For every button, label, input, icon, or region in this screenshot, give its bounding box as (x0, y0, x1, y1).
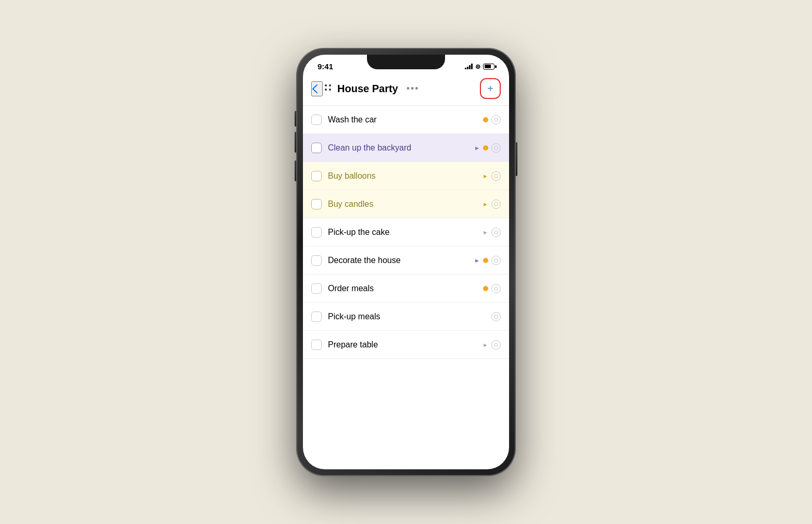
task-checkbox[interactable] (311, 255, 322, 266)
arrow-icon: ► (483, 229, 488, 235)
task-label: Pick-up the cake (328, 228, 483, 237)
task-actions (483, 284, 501, 293)
power-button[interactable] (515, 142, 517, 176)
task-item[interactable]: Decorate the house ► (303, 246, 509, 275)
info-button[interactable] (491, 228, 501, 237)
task-actions: ► (483, 199, 501, 209)
svg-point-9 (494, 258, 498, 262)
task-checkbox[interactable] (311, 283, 322, 294)
page-title: House Party (337, 83, 398, 95)
info-button[interactable] (491, 340, 501, 350)
task-checkbox[interactable] (311, 227, 322, 238)
phone-screen: 9:41 ⊜ (303, 55, 509, 469)
task-checkbox[interactable] (311, 199, 322, 209)
svg-point-8 (494, 230, 498, 234)
arrow-icon: ► (483, 342, 488, 348)
list-icon (323, 82, 333, 95)
svg-point-6 (494, 174, 498, 178)
priority-dot (483, 117, 488, 122)
arrow-icon: ► (483, 201, 488, 207)
task-label: Buy candles (328, 199, 483, 209)
nav-title-area: House Party ••• (323, 82, 480, 95)
back-button[interactable] (311, 81, 323, 96)
arrow-icon: ► (474, 257, 480, 264)
svg-point-3 (329, 89, 331, 91)
task-checkbox[interactable] (311, 171, 322, 181)
info-button[interactable] (491, 143, 501, 153)
task-label: Wash the car (328, 115, 483, 124)
info-button[interactable] (491, 199, 501, 209)
battery-icon (483, 64, 494, 70)
task-label: Buy balloons (328, 171, 483, 181)
task-actions (483, 115, 501, 124)
task-actions: ► (474, 143, 501, 153)
task-item[interactable]: Wash the car (303, 106, 509, 134)
info-button[interactable] (491, 115, 501, 124)
info-button[interactable] (491, 171, 501, 181)
task-checkbox[interactable] (311, 340, 322, 350)
task-label: Pick-up meals (328, 312, 491, 321)
task-item[interactable]: Buy candles ► (303, 190, 509, 218)
arrow-icon: ► (483, 173, 488, 179)
svg-point-1 (329, 84, 331, 86)
task-item[interactable]: Pick-up meals (303, 303, 509, 331)
status-time: 9:41 (318, 62, 333, 71)
task-actions (491, 312, 501, 321)
priority-dot (483, 258, 488, 263)
task-item[interactable]: Prepare table ► (303, 331, 509, 359)
priority-dot (483, 286, 488, 291)
task-item[interactable]: Order meals (303, 275, 509, 303)
svg-point-12 (494, 343, 498, 346)
more-button[interactable]: ••• (407, 83, 420, 94)
plus-icon: + (487, 83, 493, 94)
info-button[interactable] (491, 284, 501, 293)
arrow-icon: ► (474, 145, 480, 151)
svg-point-4 (494, 118, 498, 121)
info-button[interactable] (491, 256, 501, 265)
svg-point-10 (494, 286, 498, 290)
svg-point-7 (494, 202, 498, 206)
task-label: Prepare table (328, 340, 483, 350)
task-actions: ► (483, 171, 501, 181)
svg-point-5 (494, 146, 498, 149)
task-item[interactable]: Buy balloons ► (303, 162, 509, 190)
phone-device: 9:41 ⊜ (297, 48, 515, 476)
status-icons: ⊜ (465, 63, 494, 70)
svg-point-2 (325, 89, 327, 91)
task-label: Decorate the house (328, 256, 474, 265)
task-actions: ► (474, 256, 501, 265)
task-checkbox[interactable] (311, 143, 322, 153)
task-label: Clean up the backyard (328, 143, 474, 153)
task-list: Wash the car Clean up the backyard ► (303, 106, 509, 469)
task-item[interactable]: Clean up the backyard ► (303, 134, 509, 162)
task-label: Order meals (328, 284, 483, 293)
info-button[interactable] (491, 312, 501, 321)
task-actions: ► (483, 340, 501, 350)
priority-dot (483, 145, 488, 151)
svg-point-0 (325, 84, 327, 86)
task-item[interactable]: Pick-up the cake ► (303, 218, 509, 246)
svg-point-11 (494, 315, 498, 318)
wifi-icon: ⊜ (475, 63, 480, 70)
task-actions: ► (483, 228, 501, 237)
add-task-button[interactable]: + (480, 78, 501, 99)
nav-header: House Party ••• + (303, 74, 509, 105)
signal-icon (465, 64, 473, 69)
task-checkbox[interactable] (311, 311, 322, 322)
phone-frame: 9:41 ⊜ (297, 48, 515, 476)
notch (367, 55, 445, 69)
task-checkbox[interactable] (311, 115, 322, 125)
